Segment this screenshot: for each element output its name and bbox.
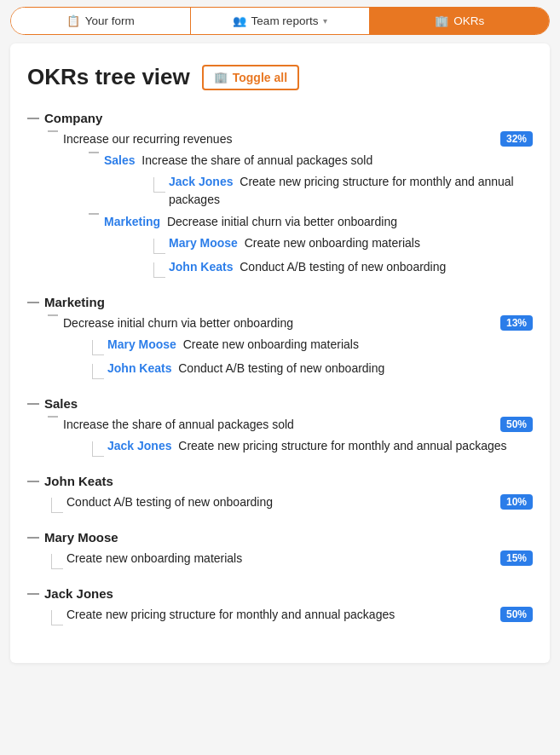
chevron-down-icon: ▾ [323,16,327,26]
your-form-tab[interactable]: 📋 Your form [11,8,191,34]
mary-moose-link[interactable]: Mary Moose [107,337,176,351]
progress-badge: 50% [500,607,533,622]
obj-text: Increase our recurring revenues [63,130,232,148]
collapse-icon[interactable] [27,593,39,595]
collapse-icon[interactable] [27,537,39,539]
john-keats-link[interactable]: John Keats [107,361,171,375]
obj-row: Decrease initial churn via better onboar… [48,314,533,332]
marketing-obj-1: Decrease initial churn via better onboar… [27,314,533,379]
john-keats-obj-1: Conduct A/B testing of new onboarding 10… [27,493,533,513]
john-keats-sub: John Keats Conduct A/B testing of new on… [48,360,533,379]
page-header: OKRs tree view 🏢 Toggle all [27,64,533,90]
collapse-dash[interactable] [48,314,58,316]
progress-badge: 50% [500,417,533,432]
obj-content: Decrease initial churn via better onboar… [63,314,533,332]
company-label: Company [44,111,102,125]
collapse-icon[interactable] [27,481,39,482]
team-obj-text: Marketing Decrease initial churn via bet… [104,213,397,231]
person-obj-text: John Keats Conduct A/B testing of new on… [107,360,384,378]
collapse-icon[interactable] [27,118,39,119]
mary-moose-sub: Mary Moose Create new onboarding materia… [48,336,533,355]
sales-child: Sales Increase the share of annual packa… [48,152,533,209]
obj-row: Increase our recurring revenues 32% [48,130,533,148]
jack-jones-link[interactable]: Jack Jones [107,439,172,452]
person-obj-text: Jack Jones Create new pricing structure … [169,173,533,209]
mary-moose-child: Mary Moose Create new onboarding materia… [89,234,533,254]
john-keats-header: John Keats [27,474,533,488]
form-icon: 📋 [66,14,80,27]
mary-moose-link[interactable]: Mary Moose [169,236,238,250]
person-obj-text: Jack Jones Create new pricing structure … [107,437,507,455]
section-jack-jones: Jack Jones Create new pricing structure … [27,586,533,625]
section-mary-moose: Mary Moose Create new onboarding materia… [27,530,533,569]
sales-obj-1: Increase the share of annual packages so… [27,416,533,457]
collapse-dash[interactable] [89,152,99,153]
team-obj-text: Sales Increase the share of annual packa… [104,152,372,170]
progress-badge: 32% [500,131,533,147]
okrs-tab[interactable]: 🏢 OKRs [370,8,549,34]
jack-jones-sub: Jack Jones Create new pricing structure … [48,437,533,457]
collapse-dash[interactable] [48,130,58,132]
okrs-label: OKRs [453,14,484,27]
top-nav: 📋 Your form 👥 Team reports ▾ 🏢 OKRs [10,7,550,35]
page-title: OKRs tree view [27,64,190,90]
mary-moose-header: Mary Moose [27,530,533,545]
obj-content: Conduct A/B testing of new onboarding 10… [66,493,533,511]
obj-content: Increase the share of annual packages so… [63,416,533,434]
obj-text: Conduct A/B testing of new onboarding [66,493,273,511]
john-keats-link[interactable]: John Keats [169,260,233,274]
collapse-dash[interactable] [89,213,99,215]
person-obj-text: Mary Moose Create new onboarding materia… [107,336,359,354]
obj-content: Create new onboarding materials 15% [66,550,533,568]
toggle-icon: 🏢 [214,71,228,84]
toggle-all-label: Toggle all [233,71,287,84]
your-form-label: Your form [85,14,135,27]
company-obj-1: Increase our recurring revenues 32% Sale… [27,130,533,278]
team-icon: 👥 [233,14,246,27]
jack-jones-link[interactable]: Jack Jones [169,175,234,188]
obj-text: Decrease initial churn via better onboar… [63,314,293,332]
main-content: OKRs tree view 🏢 Toggle all Company Incr… [10,43,550,663]
toggle-all-button[interactable]: 🏢 Toggle all [202,65,299,90]
collapse-dash[interactable] [48,416,58,418]
team-row: Sales Increase the share of annual packa… [89,152,533,170]
collapse-icon[interactable] [27,302,39,303]
section-marketing: Marketing Decrease initial churn via bet… [27,295,533,379]
company-header: Company [27,111,533,125]
okr-tree: Company Increase our recurring revenues … [27,111,533,625]
obj-content: Create new pricing structure for monthly… [66,606,533,624]
team-reports-tab[interactable]: 👥 Team reports ▾ [191,8,371,34]
john-keats-child: John Keats Conduct A/B testing of new on… [89,258,533,278]
jack-jones-header: Jack Jones [27,586,533,601]
okrs-icon: 🏢 [435,14,448,27]
obj-text: Create new pricing structure for monthly… [66,606,395,624]
team-row: Marketing Decrease initial churn via bet… [89,213,533,231]
obj-text: Create new onboarding materials [66,550,242,568]
jack-jones-label: Jack Jones [44,586,113,601]
marketing-header: Marketing [27,295,533,309]
obj-text: Increase the share of annual packages so… [63,416,294,434]
progress-badge: 10% [500,494,533,510]
mary-moose-label: Mary Moose [44,530,118,545]
team-reports-label: Team reports [251,14,319,27]
person-obj-text: John Keats Conduct A/B testing of new on… [169,258,446,276]
jack-jones-obj-1: Create new pricing structure for monthly… [27,606,533,625]
section-company: Company Increase our recurring revenues … [27,111,533,278]
john-keats-label: John Keats [44,474,113,488]
marketing-label: Marketing [44,295,105,309]
obj-content: Increase our recurring revenues 32% [63,130,533,148]
marketing-child: Marketing Decrease initial churn via bet… [48,213,533,278]
sales-link[interactable]: Sales [104,153,136,167]
person-obj-text: Mary Moose Create new onboarding materia… [169,234,420,252]
marketing-link[interactable]: Marketing [104,215,160,228]
section-john-keats: John Keats Conduct A/B testing of new on… [27,474,533,513]
collapse-icon[interactable] [27,403,39,405]
jack-jones-child: Jack Jones Create new pricing structure … [89,173,533,209]
progress-badge: 13% [500,315,533,331]
obj-row: Increase the share of annual packages so… [48,416,533,434]
section-sales: Sales Increase the share of annual packa… [27,396,533,457]
mary-moose-obj-1: Create new onboarding materials 15% [27,550,533,569]
sales-label: Sales [44,396,78,411]
progress-badge: 15% [500,550,533,566]
sales-header: Sales [27,396,533,411]
